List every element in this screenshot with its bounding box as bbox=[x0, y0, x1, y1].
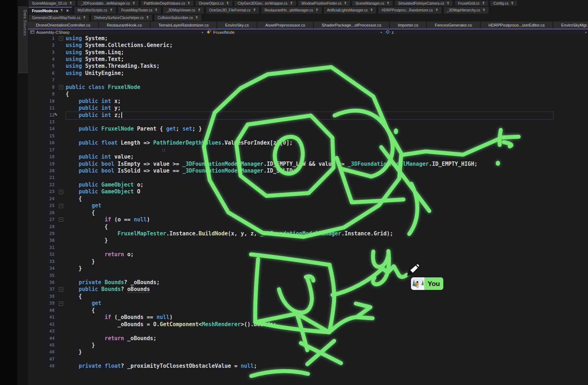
pin-icon[interactable] bbox=[187, 1, 190, 5]
code-line-36[interactable]: 36 private Bounds? _oBounds; bbox=[28, 279, 588, 286]
pin-icon[interactable] bbox=[447, 1, 449, 5]
pin-icon[interactable] bbox=[344, 1, 347, 5]
breadcrumb-member[interactable]: z ▾ bbox=[383, 29, 588, 35]
close-icon[interactable]: ✕ bbox=[66, 9, 69, 13]
tab-SimulatedFisheyeCamera.cs[interactable]: SimulatedFisheyeCamera.cs bbox=[395, 1, 453, 6]
doc-tab-FencesGenerator.cs[interactable]: FencesGenerator.cs bbox=[427, 22, 481, 29]
doc-tab-HDRPPostproce...izerEditor.cs[interactable]: HDRPPostproce...izerEditor.cs bbox=[481, 22, 554, 29]
tab-_3DFoundatio...delManager.cs[interactable]: _3DFoundatio...delManager.cs bbox=[78, 1, 138, 6]
code-line-25[interactable]: 25− get bbox=[28, 202, 588, 209]
tab-HDRPPostproc...Randomizer.cs[interactable]: HDRPPostproc...Randomizer.cs bbox=[378, 7, 441, 14]
tab-_3DMapHierarchy.cs[interactable]: _3DMapHierarchy.cs bbox=[444, 7, 489, 14]
pin-icon[interactable] bbox=[60, 9, 63, 13]
code-line-42[interactable]: 42 _oBounds = O.GetComponent<MeshRendere… bbox=[28, 321, 588, 328]
tab-WindowPositionFinder.cs[interactable]: WindowPositionFinder.cs bbox=[298, 1, 350, 6]
tab-SceneManager_02.cs[interactable]: SceneManager_02.cs bbox=[29, 1, 75, 6]
pin-icon[interactable] bbox=[316, 8, 318, 12]
fold-collapse-icon[interactable]: − bbox=[59, 204, 63, 208]
tab-SceneManager.cs[interactable]: SceneManager.cs bbox=[352, 1, 393, 6]
doc-tab-ShaderPackage...stProcessor.cs[interactable]: ShaderPackage...stProcessor.cs bbox=[314, 22, 390, 29]
tab-Config.cs[interactable]: Config.cs bbox=[490, 1, 517, 6]
code-line-22[interactable]: 22 public GameObject o; bbox=[28, 181, 588, 188]
code-line-33[interactable]: 33 } bbox=[28, 258, 588, 265]
doc-tab-EnviroSky.cs[interactable]: EnviroSky.cs bbox=[217, 22, 257, 29]
code-line-44[interactable]: 44 return _oBounds; bbox=[28, 335, 588, 342]
code-line-20[interactable]: 20 public bool IsSolid => value == _3DFo… bbox=[28, 167, 588, 174]
chevron-down-icon[interactable]: ▾ bbox=[584, 31, 588, 34]
code-line-32[interactable]: 32 return o; bbox=[28, 251, 588, 258]
fold-collapse-icon[interactable]: − bbox=[59, 36, 63, 41]
doc-tab-AssetPreprocessor.cs[interactable]: AssetPreprocessor.cs bbox=[257, 22, 314, 29]
pin-icon[interactable] bbox=[132, 1, 135, 5]
tab-CityGen3DGen...torWrapper.cs[interactable]: CityGen3DGen...torWrapper.cs bbox=[234, 1, 296, 6]
code-line-8[interactable]: 8−public class FruxelNode bbox=[28, 84, 588, 90]
tab-DeliverySurfaceClassHelper.cs[interactable]: DeliverySurfaceClassHelper.cs bbox=[91, 15, 152, 21]
code-line-28[interactable]: 28 { bbox=[28, 223, 588, 230]
tab-_3DMapViewer.cs[interactable]: _3DMapViewer.cs bbox=[163, 7, 204, 14]
code-line-9[interactable]: 9{ bbox=[28, 91, 588, 98]
tab-DroneObject.cs[interactable]: DroneObject.cs bbox=[196, 1, 232, 6]
data-sources-vertical-tab[interactable]: Data Sources bbox=[18, 6, 28, 73]
code-line-16[interactable]: 16 public float Length => PathfinderDept… bbox=[28, 140, 588, 146]
doc-tab-TerrainLayerRandomizer.cs[interactable]: TerrainLayerRandomizer.cs bbox=[150, 22, 217, 29]
code-line-26[interactable]: 26 { bbox=[28, 209, 588, 216]
code-line-35[interactable]: 35 bbox=[28, 272, 588, 279]
code-line-23[interactable]: 23− public GameObject O bbox=[28, 188, 588, 195]
tab-CollisionSubscriber.cs[interactable]: CollisionSubscriber.cs bbox=[154, 15, 201, 21]
tab-FruxelNode.cs[interactable]: FruxelNode.cs✕ bbox=[29, 7, 72, 14]
pin-icon[interactable] bbox=[482, 8, 485, 12]
code-line-34[interactable]: 34 } bbox=[28, 265, 588, 272]
pin-icon[interactable] bbox=[226, 1, 229, 5]
pin-icon[interactable] bbox=[110, 8, 113, 12]
pin-icon[interactable] bbox=[195, 16, 198, 20]
fold-collapse-icon[interactable]: − bbox=[59, 287, 63, 292]
code-editor[interactable]: 1−using System;2using System.Collections… bbox=[28, 35, 588, 385]
code-line-6[interactable]: 6using UnityEngine; bbox=[28, 70, 588, 76]
code-line-1[interactable]: 1−using System; bbox=[28, 35, 588, 42]
pin-icon[interactable] bbox=[511, 1, 514, 5]
code-line-40[interactable]: 40 { bbox=[28, 307, 588, 314]
pin-icon[interactable] bbox=[83, 16, 86, 20]
tab-ArtificialLightsManager.cs[interactable]: ArtificialLightsManager.cs bbox=[324, 7, 376, 14]
doc-tab-DroneOrientationController.cs[interactable]: DroneOrientationController.cs bbox=[28, 22, 99, 29]
code-line-14[interactable]: 14 public FruxelNode Parent { get; set; … bbox=[28, 126, 588, 132]
code-line-24[interactable]: 24 { bbox=[28, 195, 588, 202]
code-line-11[interactable]: 11 public int y; bbox=[28, 104, 588, 111]
doc-tab-EnviroSkyMgr.cs[interactable]: EnviroSkyMgr.cs bbox=[553, 22, 588, 29]
code-line-5[interactable]: 5using System.Threading.Tasks; bbox=[28, 63, 588, 70]
code-line-10[interactable]: 10 public int x; bbox=[28, 98, 588, 104]
code-line-46[interactable]: 46 } bbox=[28, 349, 588, 356]
fold-collapse-icon[interactable]: − bbox=[59, 301, 63, 306]
code-line-15[interactable]: 15 bbox=[28, 132, 588, 139]
code-line-12[interactable]: 12✎ public int z; bbox=[28, 112, 588, 118]
pin-icon[interactable] bbox=[370, 8, 373, 12]
pin-icon[interactable] bbox=[155, 8, 158, 12]
code-line-38[interactable]: 38 { bbox=[28, 293, 588, 300]
code-line-19[interactable]: 19 public bool IsEmpty => value >= _3DFo… bbox=[28, 160, 588, 167]
tab-RestaurantHo...pleManager.cs[interactable]: RestaurantHo...pleManager.cs bbox=[261, 7, 322, 14]
code-line-7[interactable]: 7 bbox=[28, 77, 588, 84]
tab-FruxelMapTester.cs[interactable]: FruxelMapTester.cs bbox=[118, 7, 161, 14]
fold-collapse-icon[interactable]: − bbox=[59, 85, 63, 89]
breadcrumb-project[interactable]: Assembly-CSharp ▾ bbox=[28, 29, 205, 35]
code-line-21[interactable]: 21 bbox=[28, 174, 588, 181]
tab-FruxelGrid.cs[interactable]: FruxelGrid.cs bbox=[455, 1, 488, 6]
pin-icon[interactable] bbox=[482, 1, 485, 5]
doc-tab-Importer.cs[interactable]: Importer.cs bbox=[390, 22, 427, 29]
breadcrumb-type[interactable]: FruxelNode ▾ bbox=[205, 29, 383, 35]
code-line-30[interactable]: 30 } bbox=[28, 237, 588, 244]
chevron-down-icon[interactable]: ▾ bbox=[200, 31, 205, 34]
code-line-4[interactable]: 4using System.Text; bbox=[28, 56, 588, 62]
code-line-2[interactable]: 2using System.Collections.Generic; bbox=[28, 42, 588, 48]
tab-OneSec3D_FileFormat.cs[interactable]: OneSec3D_FileFormat.cs bbox=[206, 7, 259, 14]
tab-MyEditorScripts.cs[interactable]: MyEditorScripts.cs bbox=[74, 7, 116, 14]
code-line-45[interactable]: 45 } bbox=[28, 342, 588, 348]
code-line-18[interactable]: 18 public int value; bbox=[28, 153, 588, 160]
code-line-29[interactable]: 29 FruxelMapTester.Instance.BuildNode(x,… bbox=[28, 230, 588, 237]
fold-collapse-icon[interactable]: − bbox=[59, 217, 63, 222]
code-line-17[interactable]: 17 bbox=[28, 146, 588, 153]
doc-tab-RestaurantHook.cs[interactable]: RestaurantHook.cs bbox=[99, 22, 151, 29]
pin-icon[interactable] bbox=[435, 8, 438, 12]
code-line-27[interactable]: 27− if (o == null) bbox=[28, 216, 588, 223]
chevron-down-icon[interactable]: ▾ bbox=[379, 31, 383, 34]
